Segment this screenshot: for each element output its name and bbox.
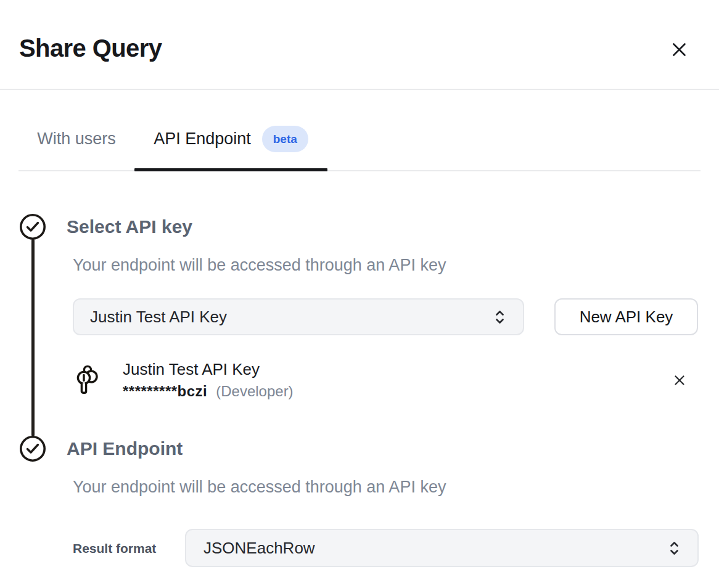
step-2-title: API Endpoint — [67, 438, 183, 460]
tab-with-users[interactable]: With users — [18, 121, 134, 157]
stepper-connector-line — [31, 239, 35, 436]
header-divider — [0, 89, 719, 90]
step-1-title: Select API key — [67, 216, 192, 238]
chevron-updown-icon — [668, 539, 680, 557]
result-format-label: Result format — [73, 541, 156, 557]
beta-badge: beta — [262, 126, 308, 152]
remove-key-button[interactable] — [670, 371, 689, 390]
new-api-key-button[interactable]: New API Key — [554, 298, 698, 335]
share-query-modal: Share Query With users API Endpoint beta… — [0, 0, 719, 588]
tab-with-users-label: With users — [37, 131, 116, 147]
tab-api-endpoint-label: API Endpoint — [154, 131, 251, 147]
step-2-check — [19, 435, 46, 462]
step-2-subtitle: Your endpoint will be accessed through a… — [73, 476, 446, 497]
close-icon — [671, 41, 688, 58]
step-1-subtitle: Your endpoint will be accessed through a… — [73, 255, 446, 276]
selected-key-masked-secret: *********bczi — [123, 382, 207, 401]
active-tab-indicator — [134, 168, 327, 171]
api-key-select[interactable]: Justin Test API Key — [73, 298, 524, 335]
api-key-select-value: Justin Test API Key — [90, 309, 494, 325]
keys-icon — [73, 364, 103, 396]
page-title: Share Query — [19, 34, 162, 62]
result-format-select[interactable]: JSONEachRow — [185, 529, 699, 567]
step-1-check — [19, 213, 46, 240]
new-api-key-button-label: New API Key — [580, 308, 673, 327]
tab-api-endpoint[interactable]: API Endpoint beta — [134, 121, 327, 157]
selected-key-role: (Developer) — [216, 382, 293, 401]
check-icon — [19, 213, 46, 240]
tabs-baseline — [18, 170, 701, 171]
result-format-select-value: JSONEachRow — [203, 540, 668, 556]
selected-key-name: Justin Test API Key — [123, 359, 260, 379]
keys-icon-wrap — [73, 364, 103, 396]
close-icon-small — [673, 374, 686, 386]
check-icon — [19, 435, 46, 462]
selected-key-details: *********bczi (Developer) — [123, 382, 294, 401]
close-button[interactable] — [667, 38, 691, 61]
chevron-updown-icon — [494, 308, 506, 326]
